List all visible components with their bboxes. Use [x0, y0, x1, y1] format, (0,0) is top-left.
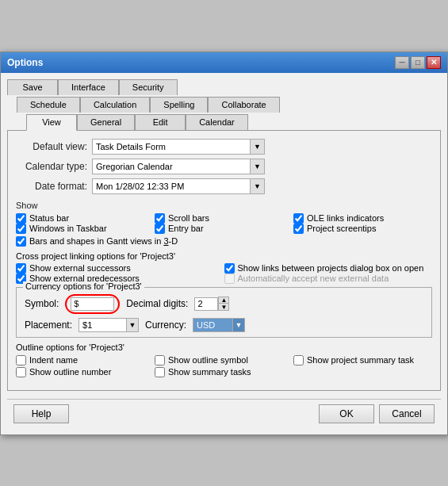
default-view-label: Default view: [16, 141, 87, 152]
calendar-type-input[interactable] [92, 159, 251, 174]
dialog-content: Save Interface Security Schedule Calcula… [1, 73, 447, 434]
decimal-control: ▲ ▼ [194, 297, 229, 311]
currency-select-control: ▼ [193, 318, 245, 332]
show-windows-taskbar: Windows in Taskbar [16, 224, 155, 234]
windows-taskbar-label: Windows in Taskbar [29, 224, 107, 233]
date-format-label: Date format: [16, 181, 87, 192]
tab-security[interactable]: Security [119, 79, 178, 95]
tab-collaborate[interactable]: Collaborate [208, 97, 279, 113]
default-view-dropdown-arrow[interactable]: ▼ [251, 139, 265, 155]
auto-accept-checkbox [224, 274, 235, 284]
scroll-bars-label: Scroll bars [168, 213, 209, 223]
placement-control: ▼ [78, 318, 139, 332]
show-links-between-projects: Show links between projects dialog box o… [224, 263, 433, 274]
date-format-control: ▼ [92, 178, 265, 194]
bars-shapes-checkbox[interactable] [16, 236, 26, 247]
scroll-bars-checkbox[interactable] [155, 213, 165, 224]
default-view-row: Default view: ▼ [16, 139, 432, 155]
placement-label: Placement: [25, 320, 72, 331]
cancel-button[interactable]: Cancel [379, 404, 435, 423]
currency-section: Currency options for 'Project3' Symbol: … [16, 287, 432, 338]
status-bar-checkbox[interactable] [16, 213, 26, 224]
date-format-row: Date format: ▼ [16, 178, 432, 194]
show-symbol-checkbox[interactable] [155, 355, 165, 365]
show-project-summary-checkbox[interactable] [293, 355, 304, 365]
show-summary-tasks-label: Show summary tasks [168, 367, 251, 377]
cross-project-title: Cross project linking options for 'Proje… [16, 251, 432, 261]
symbol-input[interactable] [71, 297, 114, 311]
show-outline-number-checkbox[interactable] [16, 367, 26, 377]
title-bar: Options ─ □ ✕ [1, 52, 447, 73]
ole-links-label: OLE links indicators [307, 213, 384, 223]
tab-row-3: View General Edit Calendar [7, 114, 441, 130]
currency-input[interactable] [193, 318, 232, 332]
windows-taskbar-checkbox[interactable] [16, 224, 26, 234]
project-screentips-checkbox[interactable] [293, 224, 304, 234]
outline-indent-name: Indent name [16, 355, 155, 365]
date-format-dropdown-arrow[interactable]: ▼ [251, 178, 265, 194]
close-button[interactable]: ✕ [427, 56, 441, 69]
tab-calendar[interactable]: Calendar [186, 114, 248, 130]
external-successors-checkbox[interactable] [16, 263, 26, 274]
symbol-input-oval [65, 294, 120, 314]
show-outline-number-label: Show outline number [29, 367, 111, 377]
show-bars-shapes: Bars and shapes in Gantt views in 3-D [16, 236, 432, 247]
show-ole-links: OLE links indicators [293, 213, 432, 224]
date-format-input[interactable] [92, 178, 251, 194]
tab-spelling[interactable]: Spelling [150, 97, 208, 113]
ok-button[interactable]: OK [319, 404, 374, 423]
entry-bar-label: Entry bar [168, 224, 204, 233]
tab-edit[interactable]: Edit [135, 114, 186, 130]
tab-save[interactable]: Save [7, 79, 58, 95]
maximize-button[interactable]: □ [411, 56, 425, 69]
default-view-control: ▼ [92, 139, 265, 155]
decimal-spinner: ▲ ▼ [218, 297, 229, 311]
outline-show-number: Show outline number [16, 367, 155, 377]
ole-links-checkbox[interactable] [293, 213, 304, 224]
outline-show-project-summary: Show project summary task [293, 355, 432, 365]
currency-row-1: Symbol: Decimal digits: ▲ ▼ [25, 294, 423, 314]
show-entry-bar: Entry bar [155, 224, 293, 234]
minimize-button[interactable]: ─ [395, 56, 409, 69]
show-section-title: Show [16, 201, 432, 210]
calendar-type-dropdown-arrow[interactable]: ▼ [251, 159, 265, 174]
button-row: Help OK Cancel [7, 399, 441, 428]
show-checkboxes: Status bar Scroll bars OLE links indicat… [16, 213, 432, 234]
placement-dropdown-btn[interactable]: ▼ [126, 318, 139, 332]
external-successors-label: Show external successors [29, 263, 131, 273]
show-status-bar: Status bar [16, 213, 155, 224]
outline-section: Outline options for 'Project3' Indent na… [16, 342, 432, 377]
links-between-label: Show links between projects dialog box o… [238, 263, 424, 273]
show-project-summary-label: Show project summary task [307, 355, 414, 365]
outline-section-title: Outline options for 'Project3' [16, 342, 432, 352]
links-between-checkbox[interactable] [224, 263, 235, 274]
tab-content-panel: Default view: ▼ Calendar type: ▼ Date fo… [7, 130, 441, 391]
auto-accept-label: Automatically accept new external data [238, 274, 389, 283]
entry-bar-checkbox[interactable] [155, 224, 165, 234]
project-screentips-label: Project screentips [307, 224, 376, 233]
currency-label: Currency: [145, 320, 186, 331]
tab-interface[interactable]: Interface [58, 79, 119, 95]
indent-name-checkbox[interactable] [16, 355, 26, 365]
currency-section-title: Currency options for 'Project3' [23, 281, 144, 291]
decimal-down-btn[interactable]: ▼ [218, 304, 229, 311]
placement-input[interactable] [78, 318, 126, 332]
calendar-type-label: Calendar type: [16, 161, 87, 172]
tab-general[interactable]: General [77, 114, 135, 130]
currency-dropdown-btn[interactable]: ▼ [232, 318, 245, 332]
decimal-label: Decimal digits: [126, 298, 188, 309]
tab-view[interactable]: View [26, 114, 77, 131]
help-button[interactable]: Help [13, 404, 69, 423]
default-view-input[interactable] [92, 139, 251, 155]
show-symbol-label: Show outline symbol [168, 355, 248, 365]
tab-schedule[interactable]: Schedule [17, 97, 80, 113]
decimal-input[interactable] [194, 297, 218, 311]
status-bar-label: Status bar [29, 213, 69, 223]
show-external-successors: Show external successors [16, 263, 224, 274]
auto-accept-external: Automatically accept new external data [224, 274, 433, 284]
show-summary-tasks-checkbox[interactable] [155, 367, 165, 377]
symbol-label: Symbol: [25, 298, 59, 309]
outline-show-summary-tasks: Show summary tasks [155, 367, 293, 377]
outline-show-symbol: Show outline symbol [155, 355, 293, 365]
tab-calculation[interactable]: Calculation [80, 97, 150, 113]
